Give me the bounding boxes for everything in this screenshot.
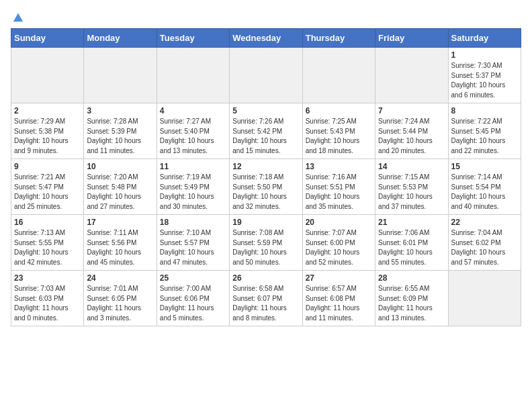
calendar-cell <box>448 271 521 326</box>
day-number: 3 <box>87 106 153 116</box>
day-info: Sunrise: 7:15 AM Sunset: 5:53 PM Dayligh… <box>378 173 445 212</box>
day-number: 9 <box>14 162 81 171</box>
day-info: Sunrise: 7:27 AM Sunset: 5:40 PM Dayligh… <box>160 117 226 156</box>
day-number: 13 <box>306 162 372 171</box>
day-number: 16 <box>14 218 81 227</box>
weekday-header: Monday <box>84 29 157 48</box>
day-info: Sunrise: 7:25 AM Sunset: 5:43 PM Dayligh… <box>306 117 372 156</box>
calendar-cell <box>157 48 229 103</box>
day-number: 22 <box>451 218 518 227</box>
calendar-cell: 24Sunrise: 7:01 AM Sunset: 6:05 PM Dayli… <box>84 271 157 326</box>
day-info: Sunrise: 7:04 AM Sunset: 6:02 PM Dayligh… <box>451 228 518 267</box>
calendar-header-row: SundayMondayTuesdayWednesdayThursdayFrid… <box>11 29 521 48</box>
calendar-cell: 16Sunrise: 7:13 AM Sunset: 5:55 PM Dayli… <box>11 215 84 271</box>
calendar-cell: 1Sunrise: 7:30 AM Sunset: 5:37 PM Daylig… <box>448 48 521 103</box>
calendar-cell: 27Sunrise: 6:57 AM Sunset: 6:08 PM Dayli… <box>302 271 375 326</box>
calendar-cell: 12Sunrise: 7:18 AM Sunset: 5:50 PM Dayli… <box>230 159 302 215</box>
calendar-cell: 3Sunrise: 7:28 AM Sunset: 5:39 PM Daylig… <box>84 103 157 159</box>
calendar-cell: 15Sunrise: 7:14 AM Sunset: 5:54 PM Dayli… <box>448 159 521 215</box>
day-info: Sunrise: 7:19 AM Sunset: 5:49 PM Dayligh… <box>160 173 226 212</box>
calendar-cell: 8Sunrise: 7:22 AM Sunset: 5:45 PM Daylig… <box>448 103 521 159</box>
calendar-cell: 5Sunrise: 7:26 AM Sunset: 5:42 PM Daylig… <box>230 103 302 159</box>
day-number: 4 <box>160 106 226 116</box>
day-info: Sunrise: 7:28 AM Sunset: 5:39 PM Dayligh… <box>87 117 153 156</box>
day-number: 15 <box>451 162 518 171</box>
logo-icon <box>12 11 24 23</box>
calendar-cell: 10Sunrise: 7:20 AM Sunset: 5:48 PM Dayli… <box>84 159 157 215</box>
day-info: Sunrise: 6:58 AM Sunset: 6:07 PM Dayligh… <box>232 284 299 323</box>
calendar-cell <box>230 48 302 103</box>
day-info: Sunrise: 7:29 AM Sunset: 5:38 PM Dayligh… <box>14 117 81 156</box>
weekday-header: Wednesday <box>230 29 302 48</box>
day-number: 21 <box>378 218 445 227</box>
calendar-cell: 22Sunrise: 7:04 AM Sunset: 6:02 PM Dayli… <box>448 215 521 271</box>
calendar-cell: 26Sunrise: 6:58 AM Sunset: 6:07 PM Dayli… <box>230 271 302 326</box>
calendar-week-row: 9Sunrise: 7:21 AM Sunset: 5:47 PM Daylig… <box>11 159 521 215</box>
day-number: 7 <box>378 106 445 116</box>
day-info: Sunrise: 7:00 AM Sunset: 6:06 PM Dayligh… <box>160 284 226 323</box>
day-number: 25 <box>160 273 226 283</box>
day-number: 18 <box>160 218 226 227</box>
day-number: 6 <box>306 106 372 116</box>
weekday-header: Thursday <box>302 29 375 48</box>
day-number: 27 <box>306 273 372 283</box>
calendar-cell <box>84 48 157 103</box>
calendar-cell <box>375 48 448 103</box>
day-info: Sunrise: 7:06 AM Sunset: 6:01 PM Dayligh… <box>378 228 445 267</box>
calendar-cell <box>302 48 375 103</box>
day-info: Sunrise: 7:24 AM Sunset: 5:44 PM Dayligh… <box>378 117 445 156</box>
calendar-cell: 21Sunrise: 7:06 AM Sunset: 6:01 PM Dayli… <box>375 215 448 271</box>
calendar-cell: 20Sunrise: 7:07 AM Sunset: 6:00 PM Dayli… <box>302 215 375 271</box>
day-info: Sunrise: 7:30 AM Sunset: 5:37 PM Dayligh… <box>451 61 518 100</box>
calendar-cell: 7Sunrise: 7:24 AM Sunset: 5:44 PM Daylig… <box>375 103 448 159</box>
calendar-cell: 14Sunrise: 7:15 AM Sunset: 5:53 PM Dayli… <box>375 159 448 215</box>
svg-marker-0 <box>13 13 23 22</box>
calendar-cell: 28Sunrise: 6:55 AM Sunset: 6:09 PM Dayli… <box>375 271 448 326</box>
calendar-cell: 19Sunrise: 7:08 AM Sunset: 5:59 PM Dayli… <box>230 215 302 271</box>
day-number: 5 <box>232 106 299 116</box>
day-info: Sunrise: 7:01 AM Sunset: 6:05 PM Dayligh… <box>87 284 153 323</box>
day-info: Sunrise: 7:20 AM Sunset: 5:48 PM Dayligh… <box>87 173 153 212</box>
day-number: 19 <box>232 218 299 227</box>
day-info: Sunrise: 7:21 AM Sunset: 5:47 PM Dayligh… <box>14 173 81 212</box>
day-info: Sunrise: 7:11 AM Sunset: 5:56 PM Dayligh… <box>87 228 153 267</box>
calendar-table: SundayMondayTuesdayWednesdayThursdayFrid… <box>11 28 521 326</box>
day-info: Sunrise: 6:55 AM Sunset: 6:09 PM Dayligh… <box>378 284 445 323</box>
day-info: Sunrise: 7:13 AM Sunset: 5:55 PM Dayligh… <box>14 228 81 267</box>
day-number: 14 <box>378 162 445 171</box>
calendar-cell: 17Sunrise: 7:11 AM Sunset: 5:56 PM Dayli… <box>84 215 157 271</box>
day-number: 20 <box>306 218 372 227</box>
calendar-cell: 6Sunrise: 7:25 AM Sunset: 5:43 PM Daylig… <box>302 103 375 159</box>
calendar-week-row: 16Sunrise: 7:13 AM Sunset: 5:55 PM Dayli… <box>11 215 521 271</box>
logo <box>11 11 24 23</box>
calendar-cell: 23Sunrise: 7:03 AM Sunset: 6:03 PM Dayli… <box>11 271 84 326</box>
calendar-week-row: 2Sunrise: 7:29 AM Sunset: 5:38 PM Daylig… <box>11 103 521 159</box>
weekday-header: Saturday <box>448 29 521 48</box>
day-number: 24 <box>87 273 153 283</box>
day-info: Sunrise: 7:03 AM Sunset: 6:03 PM Dayligh… <box>14 284 81 323</box>
calendar-cell: 13Sunrise: 7:16 AM Sunset: 5:51 PM Dayli… <box>302 159 375 215</box>
day-number: 28 <box>378 273 445 283</box>
day-number: 11 <box>160 162 226 171</box>
calendar-cell: 4Sunrise: 7:27 AM Sunset: 5:40 PM Daylig… <box>157 103 229 159</box>
day-info: Sunrise: 7:22 AM Sunset: 5:45 PM Dayligh… <box>451 117 518 156</box>
calendar-cell: 18Sunrise: 7:10 AM Sunset: 5:57 PM Dayli… <box>157 215 229 271</box>
day-number: 1 <box>451 50 518 60</box>
day-info: Sunrise: 7:16 AM Sunset: 5:51 PM Dayligh… <box>306 173 372 212</box>
day-info: Sunrise: 6:57 AM Sunset: 6:08 PM Dayligh… <box>306 284 372 323</box>
calendar-cell: 11Sunrise: 7:19 AM Sunset: 5:49 PM Dayli… <box>157 159 229 215</box>
calendar-week-row: 23Sunrise: 7:03 AM Sunset: 6:03 PM Dayli… <box>11 271 521 326</box>
weekday-header: Sunday <box>11 29 84 48</box>
weekday-header: Friday <box>375 29 448 48</box>
calendar-cell: 9Sunrise: 7:21 AM Sunset: 5:47 PM Daylig… <box>11 159 84 215</box>
day-number: 26 <box>232 273 299 283</box>
calendar-cell: 2Sunrise: 7:29 AM Sunset: 5:38 PM Daylig… <box>11 103 84 159</box>
day-number: 10 <box>87 162 153 171</box>
calendar-cell: 25Sunrise: 7:00 AM Sunset: 6:06 PM Dayli… <box>157 271 229 326</box>
day-info: Sunrise: 7:10 AM Sunset: 5:57 PM Dayligh… <box>160 228 226 267</box>
day-number: 23 <box>14 273 81 283</box>
calendar-week-row: 1Sunrise: 7:30 AM Sunset: 5:37 PM Daylig… <box>11 48 521 103</box>
day-info: Sunrise: 7:18 AM Sunset: 5:50 PM Dayligh… <box>232 173 299 212</box>
weekday-header: Tuesday <box>157 29 229 48</box>
day-number: 12 <box>232 162 299 171</box>
